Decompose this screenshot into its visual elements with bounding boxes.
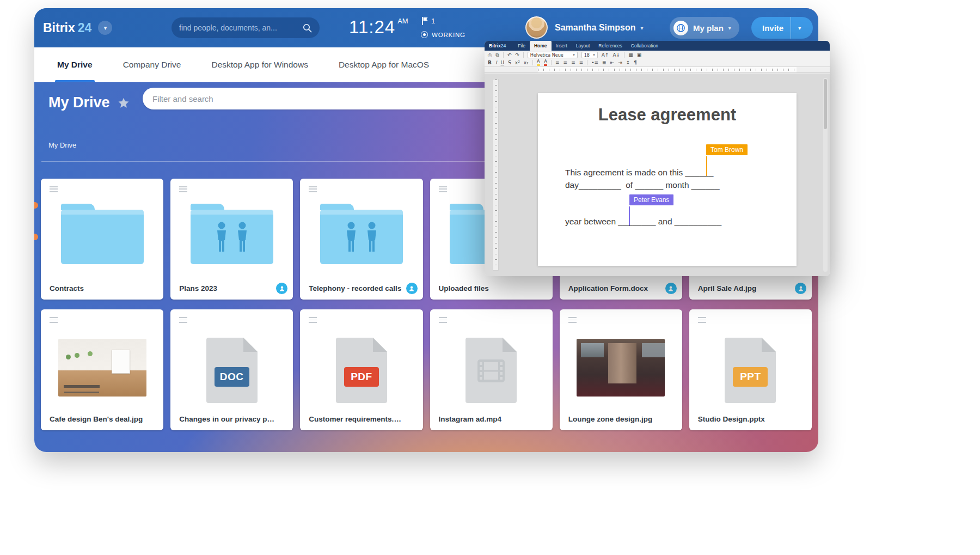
card-menu-icon[interactable] [568, 317, 577, 323]
card-menu-icon[interactable] [50, 317, 58, 323]
copy-icon[interactable] [495, 53, 499, 58]
file-card-lounge-zone[interactable]: Lounge zone design.jpg [560, 309, 682, 430]
file-name[interactable]: April Sale Ad.jpg [698, 284, 793, 292]
strikethrough-button[interactable]: S [508, 60, 511, 65]
bullet-list-icon[interactable] [591, 60, 598, 65]
card-menu-icon[interactable] [179, 186, 187, 192]
increase-indent-icon[interactable] [618, 60, 622, 65]
logo-number: 24 [78, 21, 92, 35]
favorite-star-icon[interactable] [118, 97, 130, 109]
clock-time: 11:24 [349, 17, 395, 37]
logo-chevron-down-icon[interactable]: ▾ [98, 21, 112, 35]
insert-image-icon[interactable] [637, 53, 642, 58]
shared-users-badge[interactable] [665, 283, 677, 294]
card-menu-icon[interactable] [50, 186, 58, 192]
document-text-line: day_________ of ______ month ______ [565, 180, 720, 190]
editor-title-bar: Bitrix24 File Home Insert Layout Referen… [485, 41, 830, 51]
user-avatar[interactable] [525, 16, 548, 39]
align-center-icon[interactable] [564, 60, 568, 65]
font-color-icon[interactable] [544, 59, 547, 66]
ppt-file-icon: PPT [725, 338, 776, 403]
tab-my-drive[interactable]: My Drive [57, 47, 93, 82]
file-name[interactable]: Uploaded files [439, 284, 534, 292]
work-status[interactable]: WORKING [421, 31, 465, 38]
editor-menu-references[interactable]: References [594, 41, 626, 51]
highlight-color-icon[interactable] [537, 59, 540, 66]
file-name[interactable]: Cafe design Ben's deal.jpg [50, 415, 145, 423]
editor-menu-file[interactable]: File [513, 41, 530, 51]
my-plan-button[interactable]: My plan ▾ [670, 17, 739, 39]
card-menu-icon[interactable] [698, 317, 706, 323]
editor-menu-insert[interactable]: Insert [552, 41, 572, 51]
invite-button[interactable]: Invite ▾ [751, 17, 813, 39]
tab-desktop-app-macos[interactable]: Desktop App for MacOS [339, 47, 429, 82]
redo-icon[interactable] [515, 53, 519, 58]
line-spacing-icon[interactable] [626, 60, 630, 65]
notification-dot [34, 202, 38, 209]
document-page[interactable]: Lease agreement Tom Brown This agreement… [538, 93, 797, 266]
align-justify-icon[interactable] [579, 60, 584, 65]
file-card-instagram-ad[interactable]: Instagram ad.mp4 [430, 309, 553, 430]
file-name[interactable]: Contracts [50, 284, 145, 292]
increase-font-icon[interactable] [602, 53, 609, 58]
align-left-icon[interactable] [555, 60, 560, 65]
my-plan-label: My plan [693, 23, 724, 33]
subscript-icon[interactable] [524, 60, 529, 65]
global-search-input[interactable] [179, 23, 303, 32]
file-name[interactable]: Lounge zone design.jpg [568, 415, 664, 423]
underline-button[interactable]: U [501, 60, 505, 65]
editor-menu-layout[interactable]: Layout [572, 41, 595, 51]
editor-document-area: Lease agreement Tom Brown This agreement… [485, 74, 830, 276]
shared-users-badge[interactable] [795, 283, 806, 294]
video-file-icon [465, 338, 517, 403]
card-menu-icon[interactable] [179, 317, 187, 323]
italic-button[interactable]: I [495, 60, 497, 65]
decrease-font-icon[interactable] [612, 53, 620, 58]
numbered-list-icon[interactable] [602, 60, 607, 65]
image-thumbnail [58, 339, 146, 397]
file-card-privacy-policy[interactable]: DOC Changes in our privacy poli... [170, 309, 293, 430]
shared-users-badge[interactable] [276, 283, 287, 294]
editor-menu-home[interactable]: Home [530, 41, 552, 51]
font-size-select[interactable]: 18▾ [581, 52, 598, 58]
bold-button[interactable]: B [488, 60, 492, 65]
file-name[interactable]: Plans 2023 [179, 284, 274, 292]
card-menu-icon[interactable] [309, 186, 317, 192]
file-card-contracts[interactable]: Contracts [41, 179, 163, 300]
superscript-icon[interactable] [515, 60, 520, 65]
print-icon[interactable] [488, 53, 492, 58]
doc-file-icon: DOC [206, 338, 258, 403]
card-menu-icon[interactable] [439, 317, 447, 323]
file-card-customer-requirements[interactable]: PDF Customer requirements.pdf [300, 309, 422, 430]
tab-company-drive[interactable]: Company Drive [123, 47, 181, 82]
tab-desktop-app-windows[interactable]: Desktop App for Windows [211, 47, 308, 82]
undo-icon[interactable] [507, 53, 512, 58]
insert-table-icon[interactable] [628, 53, 633, 58]
file-card-cafe-design[interactable]: Cafe design Ben's deal.jpg [41, 309, 163, 430]
editor-scrollbar[interactable] [823, 78, 828, 272]
paragraph-mark-icon[interactable] [634, 60, 637, 65]
card-menu-icon[interactable] [309, 317, 317, 323]
file-name[interactable]: Studio Design.pptx [698, 415, 793, 423]
invite-chevron-down-icon[interactable]: ▾ [791, 25, 808, 31]
breadcrumb-my-drive[interactable]: My Drive [48, 141, 76, 149]
align-right-icon[interactable] [571, 60, 575, 65]
editor-menu-collaboration[interactable]: Collaboration [627, 41, 663, 51]
font-family-select[interactable]: Helvetica Neue▾ [528, 52, 578, 58]
file-card-studio-design[interactable]: PPT Studio Design.pptx [689, 309, 812, 430]
file-name[interactable]: Instagram ad.mp4 [439, 415, 534, 423]
work-status-label: WORKING [432, 32, 465, 38]
file-name[interactable]: Changes in our privacy poli... [179, 415, 274, 423]
card-menu-icon[interactable] [439, 186, 447, 192]
file-card-telephony[interactable]: Telephony - recorded calls [300, 179, 422, 300]
decrease-indent-icon[interactable] [610, 60, 615, 65]
file-name[interactable]: Customer requirements.pdf [309, 415, 404, 423]
person-icon [667, 285, 674, 292]
file-name[interactable]: Telephony - recorded calls [309, 284, 404, 292]
shared-users-badge[interactable] [406, 283, 418, 294]
invite-label: Invite [751, 23, 791, 33]
flag-counter[interactable]: 1 [422, 17, 435, 25]
file-name[interactable]: Application Form.docx [568, 284, 664, 292]
file-card-plans-2023[interactable]: Plans 2023 [170, 179, 293, 300]
plan-chevron-down-icon: ▾ [728, 25, 731, 31]
